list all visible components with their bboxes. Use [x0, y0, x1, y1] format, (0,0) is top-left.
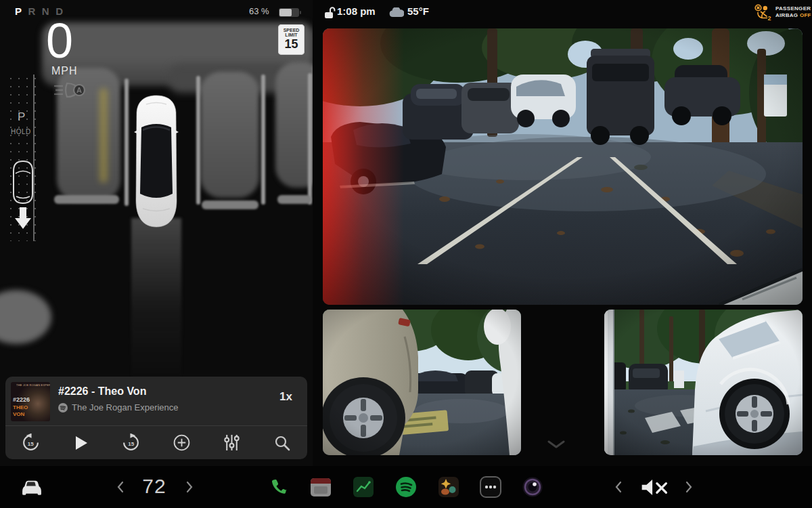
viz-wheel-stop	[54, 195, 119, 204]
album-art[interactable]: THE JOE ROGAN EXPERIENCE #2226 THEO VON	[11, 382, 50, 421]
speed-limit-label2: LIMIT	[278, 33, 304, 37]
skip-back-label: 15	[28, 440, 34, 446]
search-icon	[273, 434, 291, 452]
album-art-title2: VON	[13, 411, 24, 417]
temp-decrease-chevron[interactable]	[116, 480, 125, 494]
viz-wheel-stop	[277, 195, 311, 204]
show-row: The Joe Rogan Experience	[58, 402, 179, 412]
media-next-chevron[interactable]	[685, 480, 693, 494]
media-player: THE JOE ROGAN EXPERIENCE #2226 THEO VON …	[5, 377, 307, 459]
viz-stall-divider	[308, 73, 312, 205]
svg-text:2: 2	[767, 15, 771, 21]
car-controls-button[interactable]	[18, 477, 46, 497]
gear-p: P	[15, 5, 22, 17]
media-controls: 15 15	[5, 426, 307, 459]
more-apps-button[interactable]	[479, 475, 502, 499]
viz-wheel-stop	[202, 200, 258, 209]
phone-app-icon[interactable]	[269, 476, 291, 498]
cabin-camera-app-icon[interactable]	[522, 476, 543, 498]
viz-stall-divider	[261, 75, 265, 205]
skip-back-15-button[interactable]: 15	[5, 426, 55, 459]
speed-unit: MPH	[51, 65, 78, 77]
rear-camera-feed	[323, 28, 803, 305]
equalizer-button[interactable]	[206, 426, 256, 459]
speed-limit-value: 15	[278, 37, 304, 51]
playback-rate-button[interactable]: 1x	[279, 390, 292, 404]
cabin-temperature[interactable]: 72	[133, 475, 176, 498]
play-button[interactable]	[55, 426, 106, 459]
reverse-direction-icon	[8, 158, 38, 230]
battery-icon[interactable]	[279, 8, 299, 17]
viz-parked-car	[275, 62, 313, 188]
camera-panel: 1:08 pm 55°F 2 PASSENGER AIRBAG	[313, 0, 812, 466]
svg-text:A: A	[76, 86, 82, 94]
track-title: #2226 - Theo Von	[58, 385, 146, 398]
spotify-app-icon[interactable]	[395, 476, 417, 498]
collapse-cameras-chevron[interactable]	[547, 440, 566, 449]
album-art-number: #2226	[13, 396, 30, 403]
viz-parked-car	[200, 72, 259, 198]
album-art-title1: THEO	[13, 404, 28, 410]
hold-gear-label: P	[18, 110, 25, 124]
weather-cloud-icon	[388, 7, 404, 18]
viz-stall-divider	[196, 76, 200, 205]
viz-proximity-highlight	[99, 88, 108, 183]
toybox-app-icon[interactable]	[438, 476, 459, 498]
outside-temperature: 55°F	[407, 5, 429, 17]
airbag-icon: 2	[754, 3, 772, 21]
battery-fill	[279, 9, 292, 16]
spotify-source-icon	[58, 403, 68, 412]
plus-circle-icon	[173, 433, 191, 452]
add-to-favorites-button[interactable]	[156, 426, 206, 459]
speed-limit-label1: SPEED	[278, 28, 304, 33]
temp-increase-chevron[interactable]	[185, 480, 194, 494]
gear-r: R	[28, 5, 36, 17]
airbag-text-line2: AIRBAG	[775, 12, 798, 18]
album-art-banner: THE JOE ROGAN EXPERIENCE	[16, 383, 50, 387]
passenger-airbag-indicator: 2 PASSENGER AIRBAG OFF	[754, 3, 811, 21]
battery-tip	[300, 11, 301, 14]
skip-forward-15-button[interactable]: 15	[106, 426, 156, 459]
stocks-app-icon[interactable]	[353, 476, 374, 498]
airbag-status: OFF	[800, 12, 811, 18]
viz-path-trail	[131, 218, 181, 386]
show-name: The Joe Rogan Experience	[72, 402, 179, 412]
right-repeater-feed	[604, 310, 803, 455]
hold-label: HOLD	[11, 128, 31, 135]
viz-stall-divider	[125, 79, 129, 206]
viz-nearby-vehicle	[0, 290, 51, 344]
right-repeater-camera-view[interactable]	[604, 310, 803, 455]
skip-forward-label: 15	[128, 440, 134, 446]
media-prev-chevron[interactable]	[614, 480, 623, 494]
airbag-text-line1: PASSENGER	[775, 5, 811, 12]
left-repeater-camera-view[interactable]	[323, 310, 521, 455]
media-search-button[interactable]	[257, 426, 307, 459]
battery-percent[interactable]: 63 %	[249, 6, 269, 16]
speed-value: 0	[46, 16, 73, 65]
speed-limit-sign: SPEED LIMIT 15	[278, 24, 304, 55]
tesla-infotainment-root: P R N D 63 % 0 MPH A SPEED LIMIT 15	[0, 0, 812, 508]
rear-camera-view[interactable]	[323, 28, 803, 305]
volume-muted-button[interactable]	[639, 478, 670, 497]
play-icon	[72, 435, 89, 451]
auto-headlight-icon: A	[53, 80, 88, 100]
left-repeater-feed	[323, 310, 521, 455]
equalizer-icon	[223, 433, 241, 452]
clock: 1:08 pm	[337, 5, 376, 17]
own-car-top-view	[130, 93, 183, 229]
calendar-app-icon[interactable]	[310, 476, 332, 498]
unlocked-icon[interactable]	[323, 6, 336, 19]
down-arrow-icon	[15, 207, 31, 229]
bottom-dock: 72	[0, 466, 812, 508]
